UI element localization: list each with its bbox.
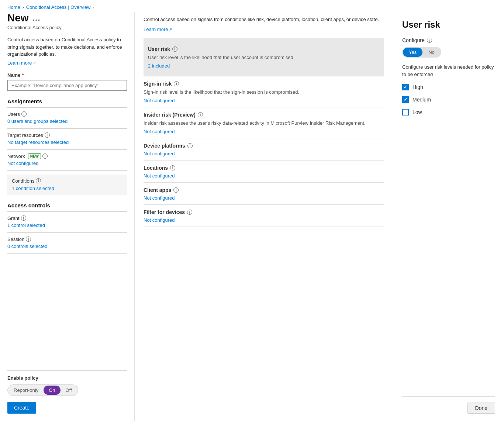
client-apps-title: Client apps <box>144 187 171 193</box>
client-apps-value[interactable]: Not configured <box>144 195 384 204</box>
insider-risk-info-icon: i <box>198 112 203 117</box>
users-row: Users i 0 users and groups selected <box>7 111 127 127</box>
breadcrumb-overview[interactable]: Conditional Access | Overview <box>26 4 91 10</box>
required-indicator: * <box>22 72 24 78</box>
network-info-icon: i <box>42 153 48 159</box>
create-button[interactable]: Create <box>7 402 36 414</box>
medium-checkbox[interactable]: ✓ <box>402 96 409 103</box>
enable-policy-section: Enable policy Report-only On Off Create <box>7 370 127 414</box>
users-info-icon: i <box>21 111 27 117</box>
session-value[interactable]: 0 controls selected <box>7 244 127 252</box>
learn-more-left-text: Learn more <box>7 60 32 66</box>
done-button-area: Done <box>402 396 495 414</box>
breadcrumb-sep1: › <box>23 5 24 10</box>
client-apps-info-icon: i <box>173 187 179 193</box>
yes-button[interactable]: Yes <box>403 48 422 57</box>
network-row: Network NEW i Not configured <box>7 153 127 169</box>
grant-row: Grant i 1 control selected <box>7 215 127 231</box>
network-label: Network <box>7 153 25 159</box>
high-checkbox[interactable]: ✓ <box>402 84 409 90</box>
grant-value[interactable]: 1 control selected <box>7 222 127 231</box>
name-input[interactable] <box>7 80 127 91</box>
filter-devices-value[interactable]: Not configured <box>144 217 384 227</box>
low-checkbox-row[interactable]: ✓ Low <box>402 109 495 115</box>
target-resources-value[interactable]: No target resources selected <box>7 139 127 148</box>
conditions-info-icon: i <box>36 178 41 183</box>
locations-value[interactable]: Not configured <box>144 173 384 182</box>
learn-more-middle-link[interactable]: Learn more ↗ <box>144 27 172 32</box>
medium-checkmark: ✓ <box>404 97 407 102</box>
filter-devices-title: Filter for devices <box>144 209 185 215</box>
more-options-button[interactable]: ... <box>32 14 41 23</box>
medium-label: Medium <box>412 97 431 103</box>
access-controls-title: Access controls <box>7 201 127 208</box>
enable-policy-label: Enable policy <box>7 375 127 381</box>
target-resources-label: Target resources <box>7 132 43 138</box>
users-value[interactable]: 0 users and groups selected <box>7 118 127 127</box>
breadcrumb-home[interactable]: Home <box>7 4 20 10</box>
low-checkbox[interactable]: ✓ <box>402 109 409 115</box>
user-risk-info-icon: i <box>172 46 177 52</box>
device-platforms-value[interactable]: Not configured <box>144 151 384 160</box>
name-field-label: Name * <box>7 72 127 78</box>
locations-section[interactable]: Locations i Not configured <box>144 161 384 182</box>
insider-risk-value[interactable]: Not configured <box>144 129 384 138</box>
configure-info-icon: i <box>427 38 432 43</box>
conditions-label: Conditions <box>12 178 34 184</box>
user-risk-section[interactable]: User risk i User risk level is the likel… <box>144 38 384 76</box>
conditions-section[interactable]: Conditions i 1 condition selected <box>7 175 127 195</box>
middle-panel: Control access based on signals from con… <box>135 12 393 421</box>
locations-title: Locations <box>144 165 168 171</box>
configure-description: Configure user risk levels needed for po… <box>402 63 495 78</box>
session-label: Session <box>7 237 24 242</box>
external-link-icon-left: ↗ <box>33 61 36 65</box>
target-resources-row: Target resources i No target resources s… <box>7 132 127 148</box>
low-label: Low <box>412 109 422 115</box>
enable-policy-toggle[interactable]: Report-only On Off <box>7 384 78 396</box>
middle-description: Control access based on signals from con… <box>144 16 384 23</box>
sign-in-risk-value[interactable]: Not configured <box>144 98 384 107</box>
page-subtitle: Conditional Access policy <box>7 25 127 30</box>
on-button[interactable]: On <box>44 386 60 395</box>
page-title-text: New <box>7 12 29 24</box>
high-checkbox-row[interactable]: ✓ High <box>402 84 495 90</box>
client-apps-section[interactable]: Client apps i Not configured <box>144 183 384 204</box>
insider-risk-section[interactable]: Insider risk (Preview) i Insider risk as… <box>144 107 384 138</box>
medium-checkbox-row[interactable]: ✓ Medium <box>402 96 495 103</box>
external-link-icon-middle: ↗ <box>169 27 172 31</box>
locations-info-icon: i <box>170 165 175 170</box>
session-info-icon: i <box>26 237 31 242</box>
insider-risk-title: Insider risk (Preview) <box>144 112 196 118</box>
high-checkmark: ✓ <box>404 84 407 90</box>
target-info-icon: i <box>45 132 50 138</box>
device-platforms-title: Device platforms <box>144 143 185 149</box>
high-label: High <box>412 84 423 90</box>
network-value[interactable]: Not configured <box>7 161 127 169</box>
users-label: Users <box>7 111 20 117</box>
report-only-button[interactable]: Report-only <box>8 386 44 395</box>
device-platforms-section[interactable]: Device platforms i Not configured <box>144 138 384 160</box>
conditions-value[interactable]: 1 condition selected <box>12 186 54 191</box>
sign-in-risk-section[interactable]: Sign-in risk i Sign-in risk level is the… <box>144 76 384 107</box>
filter-devices-section[interactable]: Filter for devices i Not configured <box>144 205 384 227</box>
yes-no-toggle[interactable]: Yes No <box>402 47 441 58</box>
right-panel-title: User risk <box>402 20 495 30</box>
off-button[interactable]: Off <box>61 386 77 395</box>
left-panel: New ... Conditional Access policy Contro… <box>0 12 135 421</box>
assignments-section-title: Assignments <box>7 97 127 104</box>
grant-label: Grant <box>7 215 20 221</box>
done-button[interactable]: Done <box>467 403 495 414</box>
learn-more-middle-text: Learn more <box>144 27 168 32</box>
sign-in-risk-desc: Sign-in risk level is the likelihood tha… <box>144 89 384 96</box>
right-panel: User risk Configure i Yes No Configure u… <box>393 12 504 421</box>
breadcrumb: Home › Conditional Access | Overview › <box>0 0 504 12</box>
grant-info-icon: i <box>21 215 26 221</box>
new-badge: NEW <box>28 153 41 159</box>
no-button[interactable]: No <box>422 48 441 57</box>
user-risk-desc: User risk level is the likelihood that t… <box>148 54 380 61</box>
user-risk-value[interactable]: 2 included <box>148 63 380 72</box>
configure-label-text: Configure <box>402 37 425 43</box>
page-title-area: New ... <box>7 12 127 24</box>
learn-more-left-link[interactable]: Home Learn more ↗ <box>7 60 127 66</box>
sign-in-risk-info-icon: i <box>174 81 179 86</box>
